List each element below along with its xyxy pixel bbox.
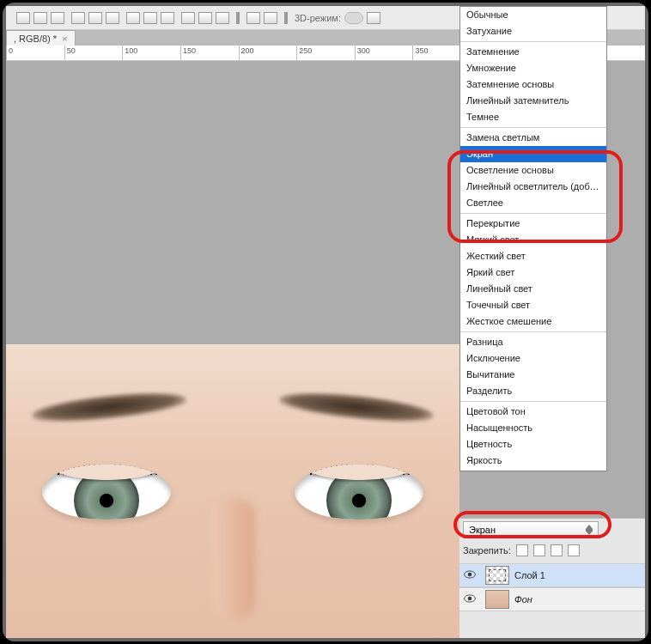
- updown-icon: [586, 525, 593, 535]
- dist-icon[interactable]: [143, 12, 157, 24]
- blend-mode-item[interactable]: Экран: [460, 146, 606, 162]
- blend-mode-item[interactable]: Цветность: [460, 436, 606, 453]
- dist-icon[interactable]: [181, 12, 195, 24]
- blend-mode-item[interactable]: Яркость: [460, 453, 606, 469]
- blend-mode-item[interactable]: Линейный свет: [460, 281, 606, 297]
- image-content: [6, 344, 459, 638]
- blend-mode-item[interactable]: Разделить: [460, 383, 606, 399]
- blend-mode-item[interactable]: Вычитание: [460, 367, 606, 383]
- blend-mode-item[interactable]: Затухание: [460, 23, 606, 39]
- blend-mode-item[interactable]: Мягкий свет: [460, 232, 606, 248]
- space-icon[interactable]: [246, 12, 260, 24]
- blend-mode-item[interactable]: Затемнение основы: [460, 76, 606, 93]
- blend-mode-item[interactable]: Обычные: [460, 7, 606, 23]
- blend-mode-item[interactable]: Затемнение: [460, 44, 606, 60]
- layer-thumbnail[interactable]: [485, 590, 509, 609]
- blend-mode-item[interactable]: Насыщенность: [460, 420, 606, 436]
- blend-mode-item[interactable]: Цветовой тон: [460, 404, 606, 420]
- app-workspace: 3D-режим: , RGB/8) * × 05010015020025030…: [6, 6, 645, 638]
- layer-row[interactable]: Фон: [459, 587, 645, 611]
- dist-icon[interactable]: [126, 12, 140, 24]
- blend-mode-item[interactable]: Темнее: [460, 109, 606, 125]
- visibility-toggle[interactable]: [459, 570, 480, 580]
- layer-row[interactable]: Слой 1: [459, 563, 645, 587]
- align-icon[interactable]: [88, 12, 102, 24]
- mode-3d-label: 3D-режим:: [295, 12, 380, 24]
- blend-mode-item[interactable]: Яркий свет: [460, 264, 606, 281]
- space-icon[interactable]: [264, 12, 277, 24]
- lock-all-icon[interactable]: [568, 544, 580, 556]
- lock-transparent-icon[interactable]: [516, 544, 528, 556]
- lock-label: Закрепить:: [463, 545, 511, 556]
- align-icon[interactable]: [33, 12, 47, 24]
- visibility-toggle[interactable]: [459, 594, 480, 605]
- blend-mode-item[interactable]: Замена светлым: [460, 130, 606, 146]
- align-icon[interactable]: [106, 12, 119, 24]
- blend-mode-value: Экран: [469, 525, 496, 535]
- blend-mode-select[interactable]: Экран: [463, 521, 599, 538]
- blend-mode-menu[interactable]: ОбычныеЗатуханиеЗатемнениеУмножениеЗатем…: [459, 6, 607, 471]
- layers-panel: Экран Закрепить: Слой 1Фон: [459, 518, 645, 638]
- blend-mode-item[interactable]: Разница: [460, 334, 606, 350]
- document-canvas[interactable]: [6, 344, 459, 638]
- align-icon[interactable]: [51, 12, 64, 24]
- blend-mode-item[interactable]: Светлее: [460, 195, 606, 211]
- layer-list: Слой 1Фон: [459, 563, 645, 611]
- blend-mode-item[interactable]: Линейный затемнитель: [460, 93, 606, 109]
- lock-brush-icon[interactable]: [533, 544, 545, 556]
- close-icon[interactable]: ×: [62, 33, 67, 44]
- blend-mode-item[interactable]: Линейный осветлитель (добавить): [460, 179, 606, 195]
- window-frame: 3D-режим: , RGB/8) * × 05010015020025030…: [3, 3, 648, 641]
- svg-point-3: [468, 597, 472, 601]
- lock-move-icon[interactable]: [551, 544, 563, 556]
- align-icon[interactable]: [16, 12, 30, 24]
- mode3d-icon[interactable]: [367, 12, 380, 24]
- tab-label: , RGB/8) *: [14, 33, 57, 44]
- blend-mode-item[interactable]: Исключение: [460, 350, 606, 367]
- dist-icon[interactable]: [161, 12, 174, 24]
- blend-mode-item[interactable]: Перекрытие: [460, 216, 606, 232]
- blend-mode-item[interactable]: Жесткий свет: [460, 248, 606, 264]
- layer-name[interactable]: Слой 1: [514, 570, 545, 580]
- blend-mode-item[interactable]: Точечный свет: [460, 297, 606, 313]
- layer-name[interactable]: Фон: [514, 594, 532, 605]
- separator-icon: [284, 12, 288, 24]
- faces-icon[interactable]: [344, 12, 363, 24]
- svg-point-1: [468, 573, 472, 577]
- lock-row: Закрепить:: [463, 544, 580, 556]
- dist-icon[interactable]: [198, 12, 212, 24]
- dist-icon[interactable]: [216, 12, 229, 24]
- layer-thumbnail[interactable]: [485, 566, 509, 585]
- align-icon[interactable]: [71, 12, 85, 24]
- document-tab[interactable]: , RGB/8) * ×: [6, 30, 76, 46]
- blend-mode-item[interactable]: Осветление основы: [460, 162, 606, 179]
- separator-icon: [236, 12, 240, 24]
- blend-mode-item[interactable]: Умножение: [460, 60, 606, 76]
- blend-mode-item[interactable]: Жесткое смешение: [460, 313, 606, 330]
